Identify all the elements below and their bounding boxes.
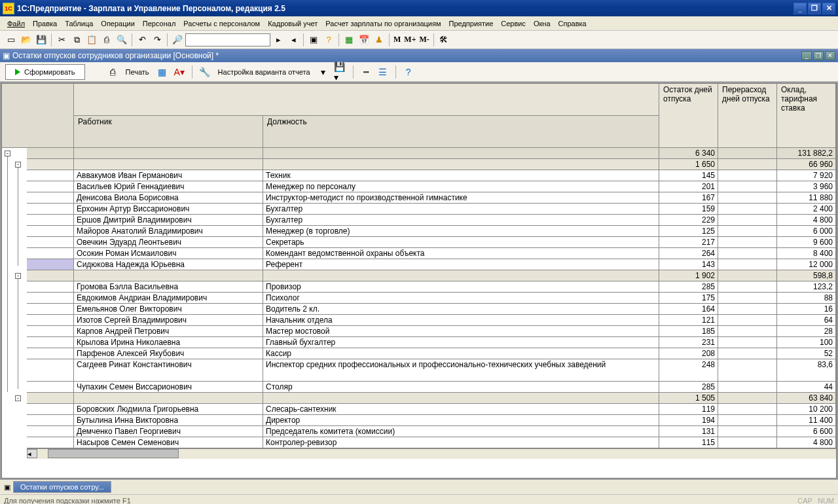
inner-restore-button[interactable]: ❐: [813, 51, 824, 60]
menu-salary[interactable]: Расчет зарплаты по организациям: [322, 18, 444, 29]
table-row[interactable]: Крылова Ирина НиколаевнаГлавный бухгалте…: [27, 337, 836, 348]
m-plus-button[interactable]: M+: [403, 35, 417, 45]
style-dropdown-icon[interactable]: A▾: [173, 65, 186, 79]
print-icon[interactable]: ⎙: [100, 33, 114, 47]
task-tab[interactable]: Остатки отпусков сотру...: [13, 481, 111, 493]
table-row[interactable]: Карпов Андрей ПетровичМастер мостовой185…: [27, 326, 836, 337]
tree-node-g3[interactable]: -: [15, 395, 21, 401]
preview-icon[interactable]: 🔍: [115, 33, 129, 47]
wrench-icon[interactable]: 🔧: [198, 65, 211, 79]
main-toolbar: ▭ 📂 💾 ✂ ⧉ 📋 ⎙ 🔍 ↶ ↷ 🔎 ▸ ◂ ▣ ? ▦ 📅 ♟ M M+…: [0, 31, 838, 49]
menu-windows[interactable]: Окна: [530, 18, 554, 29]
inner-window-title: Остатки отпусков сотрудников организации…: [12, 51, 219, 60]
copy-icon[interactable]: ⧉: [69, 33, 84, 47]
header-ostat: Остаток дней отпуска: [659, 84, 718, 147]
inner-window-titlebar: ▣ Остатки отпусков сотрудников организац…: [0, 49, 838, 62]
close-button[interactable]: ✕: [822, 3, 835, 14]
menu-calc-personnel[interactable]: Расчеты с персоналом: [180, 18, 263, 29]
grid[interactable]: Работник Должность Остаток дней отпуска …: [27, 84, 836, 478]
group3-subtotal: 1 50563 840: [27, 393, 836, 404]
help-tip-icon[interactable]: ?: [321, 33, 336, 47]
form-button[interactable]: Сформировать: [5, 64, 85, 80]
tree-node-grand[interactable]: -: [5, 151, 10, 156]
tree-node-g1[interactable]: -: [15, 162, 21, 168]
new-doc-icon[interactable]: ▭: [4, 33, 18, 47]
find-next-icon[interactable]: ▸: [271, 33, 285, 47]
report-toolbar: Сформировать ⎙ Печать ▦ A▾ 🔧 Настройка в…: [0, 62, 838, 82]
find-prev-icon[interactable]: ◂: [286, 33, 301, 47]
table-row[interactable]: Сидюкова Надежда ЮрьевнаРеферент14312 00…: [27, 259, 836, 270]
table-row[interactable]: Евдокимов Андриан ВладимировичПсихолог17…: [27, 293, 836, 304]
save-dropdown-icon[interactable]: 💾▾: [334, 65, 347, 79]
table-row[interactable]: Ерхонин Артур ВиссарионовичБухгалтер1592…: [27, 204, 836, 215]
menu-operations[interactable]: Операции: [98, 18, 137, 29]
header-position: Должность: [263, 116, 659, 147]
list-icon[interactable]: ☰: [376, 65, 390, 79]
menu-file[interactable]: Файл: [4, 18, 28, 29]
binocular-icon[interactable]: 🔎: [170, 33, 185, 47]
calendar-icon[interactable]: 📅: [357, 33, 371, 47]
settings-dropdown-icon[interactable]: ▾: [317, 65, 330, 79]
table-row[interactable]: Изотов Сергей ВладимировичНачальник отде…: [27, 315, 836, 326]
inner-close-button[interactable]: ✕: [825, 51, 835, 60]
grid-icon[interactable]: ▦: [156, 65, 169, 79]
cap-indicator: CAP: [797, 497, 812, 505]
play-icon: [15, 69, 20, 75]
table-row[interactable]: Васильев Юрий ГеннадиевичМенеджер по пер…: [27, 181, 836, 192]
undo-icon[interactable]: ↶: [135, 33, 149, 47]
inner-minimize-button[interactable]: _: [801, 51, 812, 60]
status-bar: Для получения подсказки нажмите F1 CAP N…: [0, 494, 838, 504]
settings-link[interactable]: Настройка варианта отчета: [215, 67, 313, 77]
menubar: Файл Правка Таблица Операции Персонал Ра…: [0, 16, 838, 31]
paste-icon[interactable]: 📋: [84, 33, 99, 47]
table-row[interactable]: Овечкин Эдуард ЛеонтьевичСекретарь2179 6…: [27, 237, 836, 248]
table-row[interactable]: Аввакумов Иван ГермановичТехник1457 920: [27, 170, 836, 181]
m-minus-button[interactable]: M-: [418, 35, 431, 45]
open-icon[interactable]: 📂: [19, 33, 33, 47]
table-row[interactable]: Громова Бэлла ВасильевнаПровизор285123,2: [27, 281, 836, 293]
minimize-button[interactable]: _: [793, 3, 807, 14]
grand-total-row: 6 340131 882,2: [27, 148, 836, 159]
table-row[interactable]: Майоров Анатолий ВладимировичМенеджер (в…: [27, 226, 836, 237]
misc-icon[interactable]: ┅: [359, 65, 373, 79]
table-row[interactable]: Бутылина Инна ВикторовнаДиректор19411 40…: [27, 415, 836, 426]
menu-hr[interactable]: Кадровый учет: [264, 18, 321, 29]
menu-edit[interactable]: Правка: [29, 18, 60, 29]
tree-node-g2[interactable]: -: [15, 273, 21, 279]
table-row[interactable]: Ершов Дмитрий ВладимировичБухгалтер2294 …: [27, 215, 836, 226]
calc-icon[interactable]: ▦: [342, 33, 356, 47]
table-row[interactable]: Чупахин Семен ВиссарионовичСтоляр28544: [27, 382, 836, 393]
search-combo[interactable]: [185, 33, 270, 46]
table-row[interactable]: Сагдеев Ринат КонстантиновичИнспектор ср…: [27, 359, 836, 382]
menu-help[interactable]: Справка: [555, 18, 590, 29]
menu-personnel[interactable]: Персонал: [139, 18, 179, 29]
header-worker: Работник: [74, 116, 263, 147]
table-row[interactable]: Парфенов Алексей ЯкубовичКассир20852: [27, 348, 836, 359]
redo-icon[interactable]: ↷: [150, 33, 164, 47]
horizontal-scrollbar[interactable]: ◂: [27, 448, 836, 459]
menu-service[interactable]: Сервис: [498, 18, 529, 29]
table-row[interactable]: Денисова Виола БорисовнаИнструктор-метод…: [27, 192, 836, 204]
menu-table[interactable]: Таблица: [62, 18, 96, 29]
m-button[interactable]: M: [392, 35, 402, 45]
table-row[interactable]: Насыров Семен СеменовичКонтролер-ревизор…: [27, 437, 836, 448]
table-row[interactable]: Осокин Роман ИсмаиловичКомендант ведомст…: [27, 248, 836, 259]
printer-icon[interactable]: ⎙: [106, 65, 119, 79]
report-icon: ▣: [3, 51, 10, 60]
menu-enterprise[interactable]: Предприятие: [446, 18, 497, 29]
form-button-label: Сформировать: [24, 68, 75, 76]
help-icon[interactable]: ?: [402, 65, 415, 79]
header-pererash: Перерасход дней отпуска: [718, 84, 777, 147]
person-icon[interactable]: ♟: [372, 33, 386, 47]
save-icon[interactable]: 💾: [34, 33, 48, 47]
tools-icon[interactable]: 🛠: [437, 33, 451, 47]
doc-icon[interactable]: ▣: [306, 33, 321, 47]
restore-button[interactable]: ❐: [808, 3, 821, 14]
cut-icon[interactable]: ✂: [54, 33, 69, 47]
table-row[interactable]: Емельянов Олег ВикторовичВодитель 2 кл.1…: [27, 304, 836, 315]
outline-column: - - - -: [2, 84, 27, 478]
table-row[interactable]: Демченко Павел ГеоргиевичПредседатель ко…: [27, 426, 836, 437]
print-link[interactable]: Печать: [123, 67, 152, 77]
header-salary: Оклад, тарифная ставка: [777, 84, 836, 147]
table-row[interactable]: Боровских Людмила ГригорьевнаСлесарь-сан…: [27, 404, 836, 415]
